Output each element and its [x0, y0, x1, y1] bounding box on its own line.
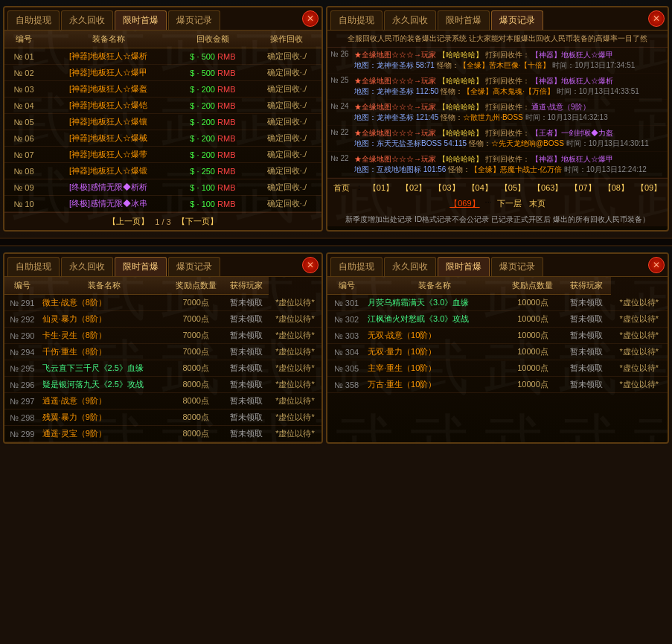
page-next-tr[interactable]: 下一层 [495, 197, 524, 210]
table-row-points: 8000点 [168, 426, 223, 442]
record-detail: ★全缘地图☆☆☆→玩家 【哈哈哈哈】 打到回收件： 【神器】地板狂人☆爆甲 地图… [354, 154, 665, 175]
table-row-player[interactable]: *虚位以待* [269, 328, 321, 344]
table-row-name: [神器]地板狂人☆爆铠 [43, 98, 173, 114]
table-row-action[interactable]: 确定回收·./ [252, 179, 321, 196]
tab-limited-first-br[interactable]: 限时首爆 [438, 257, 490, 276]
tab-explosion-record-tl[interactable]: 爆页记录 [168, 10, 220, 30]
table-row-price: $ · 500 RMB [173, 48, 252, 65]
table-row-player[interactable]: *虚位以待* [611, 344, 668, 360]
table-row-action[interactable]: 确定回收·./ [252, 65, 321, 81]
table-row-points: 8000点 [168, 393, 223, 409]
bottom-left-table: 编号 装备名称 奖励点数量 获得玩家 № 291 微主·战意（8阶） 7000点… [4, 277, 321, 442]
close-button-bl[interactable]: ✕ [302, 257, 319, 273]
table-row-status: 暂未领取 [223, 360, 269, 377]
list-item: № 25 ★全缘地图☆☆☆→玩家 【哈哈哈哈】 打到回收件： 【神器】地板狂人☆… [327, 74, 668, 100]
tab-permanent-recycle-bl[interactable]: 永久回收 [61, 257, 113, 276]
tab-explosion-record-br[interactable]: 爆页记录 [491, 257, 543, 276]
page-09-tr[interactable]: 【09】 [634, 182, 664, 194]
page-02-tr[interactable]: 【02】 [399, 182, 429, 194]
table-row-player[interactable]: *虚位以待* [269, 393, 321, 409]
record-detail: ★全缘地图☆☆☆→玩家 【哈哈哈哈】 打到回收件： 【王者】一剑封喉◆力盔 地图… [354, 128, 665, 149]
list-item: № 22 ★全缘地图☆☆☆→玩家 【哈哈哈哈】 打到回收件： 【神器】地板狂人☆… [327, 152, 668, 178]
table-row-action[interactable]: 确定回收·./ [252, 48, 321, 65]
table-row-price: $ · 100 RMB [173, 179, 252, 196]
tab-explosion-record-bl[interactable]: 爆页记录 [168, 257, 220, 276]
table-row-player[interactable]: *虚位以待* [611, 328, 668, 344]
bottom-right-tabbar: 自助提现 永久回收 限时首爆 爆页记录 ✕ [327, 254, 668, 277]
col-name-tl: 装备名称 [43, 31, 173, 48]
table-row-player[interactable]: *虚位以待* [611, 360, 668, 377]
page-08-tr[interactable]: 【08】 [601, 182, 631, 194]
page-01-tr[interactable]: 【01】 [366, 182, 396, 194]
col-points-bl: 奖励点数量 [168, 277, 223, 295]
table-row-price: $ · 200 RMB [173, 81, 252, 98]
table-row-points: 10000点 [503, 311, 562, 328]
page-first-tr[interactable]: 首页 [331, 182, 352, 194]
page-04-tr[interactable]: 【04】 [465, 182, 495, 194]
table-row-num: № 305 [327, 360, 365, 377]
col-num-bl: 编号 [4, 277, 40, 295]
table-row-name: [神器]地板狂人☆爆带 [43, 147, 173, 163]
page-07-tr[interactable]: 【07】 [568, 182, 598, 194]
table-row-action[interactable]: 确定回收·./ [252, 130, 321, 147]
tab-auto-withdraw-tr[interactable]: 自助提现 [330, 10, 383, 30]
tab-auto-withdraw-br[interactable]: 自助提现 [330, 257, 383, 276]
page-03-tr[interactable]: 【03】 [432, 182, 461, 194]
table-row-player[interactable]: *虚位以待* [269, 360, 321, 377]
tab-limited-first-tl[interactable]: 限时首爆 [115, 10, 167, 30]
table-row-action[interactable]: 确定回收·./ [252, 147, 321, 163]
close-button-tr[interactable]: ✕ [648, 10, 665, 27]
table-row-num: № 301 [327, 295, 365, 311]
next-page-btn-tl[interactable]: 【下一页】 [177, 216, 218, 227]
table-row-player[interactable]: *虚位以待* [269, 295, 321, 311]
top-right-pages: 首页： 【01】 【02】 【03】 【04】 【05】 【063】 【07】 … [327, 178, 668, 213]
list-item: № 22 ★全缘地图☆☆☆→玩家 【哈哈哈哈】 打到回收件： 【王者】一剑封喉◆… [327, 126, 668, 152]
footer-note-tr: 新季度增加出处记录 ID格式记录不会公记录 已记录正式开区后 爆出的所有回收人民… [327, 213, 668, 226]
page-end-tr[interactable]: 末页 [527, 197, 548, 210]
table-row-num: № 291 [4, 295, 40, 311]
table-row-player[interactable]: *虚位以待* [269, 344, 321, 360]
table-row-status: 暂未领取 [563, 344, 611, 360]
tab-permanent-recycle-tl[interactable]: 永久回收 [61, 10, 113, 30]
page-063-tr[interactable]: 【063】 [531, 182, 565, 194]
close-button-br[interactable]: ✕ [648, 257, 665, 273]
table-row-action[interactable]: 确定回收·./ [252, 81, 321, 98]
top-left-table: 编号 装备名称 回收金额 操作回收 № 01 [神器]地板狂人☆爆析 $ · 5… [4, 31, 321, 212]
table-row-price: $ · 200 RMB [173, 130, 252, 147]
table-row-num: № 09 [4, 179, 43, 196]
bottom-right-table: 编号 装备名称 奖励点数量 获得玩家 № 301 月荧乌精霜满天《3.0》血缘 … [327, 277, 668, 393]
table-row-player[interactable]: *虚位以待* [611, 377, 668, 393]
table-row-num: № 294 [4, 344, 40, 360]
table-row-action[interactable]: 确定回收·./ [252, 163, 321, 179]
table-row-num: № 290 [4, 328, 40, 344]
col-player-bl: 获得玩家 [223, 277, 269, 295]
tab-permanent-recycle-tr[interactable]: 永久回收 [384, 10, 436, 30]
col-num-br: 编号 [327, 277, 365, 295]
tab-auto-withdraw-tl[interactable]: 自助提现 [7, 10, 60, 30]
table-row-num: № 03 [4, 81, 43, 98]
prev-page-btn-tl[interactable]: 【上一页】 [108, 216, 149, 227]
table-row-action[interactable]: 确定回收·./ [252, 98, 321, 114]
table-row-player[interactable]: *虚位以待* [611, 311, 668, 328]
table-row-price: $ · 200 RMB [173, 114, 252, 130]
page-069-tr[interactable]: 【069】 [447, 197, 481, 210]
table-row-name: 飞云直下三千尺《2.5》血缘 [40, 360, 169, 377]
tab-limited-first-bl[interactable]: 限时首爆 [115, 257, 167, 276]
table-row-player[interactable]: *虚位以待* [269, 377, 321, 393]
table-row-status: 暂未领取 [563, 328, 611, 344]
table-row-player[interactable]: *虚位以待* [269, 409, 321, 426]
close-button-tl[interactable]: ✕ [302, 10, 319, 27]
table-row-name: [神器]地板狂人☆爆锻 [43, 163, 173, 179]
tab-explosion-record-tr[interactable]: 爆页记录 [491, 10, 543, 30]
tab-permanent-recycle-br[interactable]: 永久回收 [384, 257, 436, 276]
table-row-name: 逍遥·战意（9阶） [40, 393, 169, 409]
page-05-tr[interactable]: 【05】 [498, 182, 528, 194]
table-row-player[interactable]: *虚位以待* [269, 426, 321, 442]
table-row-action[interactable]: 确定回收·./ [252, 114, 321, 130]
table-row-num: № 299 [4, 426, 40, 442]
tab-limited-first-tr[interactable]: 限时首爆 [438, 10, 490, 30]
tab-auto-withdraw-bl[interactable]: 自助提现 [7, 257, 60, 276]
table-row-action[interactable]: 确定回收·./ [252, 196, 321, 212]
table-row-player[interactable]: *虚位以待* [269, 311, 321, 328]
table-row-player[interactable]: *虚位以待* [611, 295, 668, 311]
